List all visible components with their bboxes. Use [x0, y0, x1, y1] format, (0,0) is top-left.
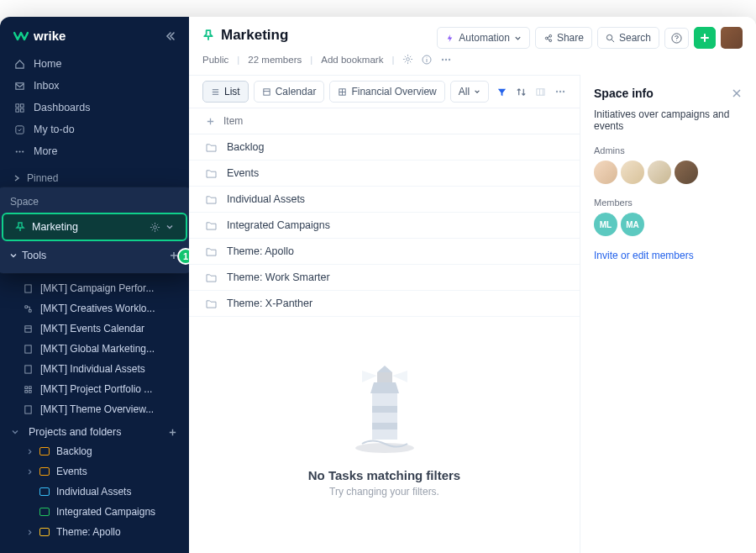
avatar[interactable] [594, 161, 617, 184]
svg-point-28 [449, 58, 450, 60]
svg-point-6 [15, 150, 17, 152]
share-button[interactable]: Share [535, 27, 592, 49]
members-count[interactable]: 22 members [248, 55, 302, 65]
tree-item[interactable]: [MKT] Events Calendar [0, 319, 189, 339]
avatar[interactable] [648, 161, 671, 184]
add-project-button[interactable] [168, 428, 177, 437]
fields-icon[interactable] [535, 87, 546, 97]
space-name: Marketing [32, 221, 78, 233]
tab-list[interactable]: List [202, 81, 249, 103]
list-row[interactable]: Integrated Campaigns [189, 213, 580, 239]
search-button[interactable]: Search [597, 27, 659, 49]
chevron-down-icon [10, 252, 17, 259]
tree-item[interactable]: [MKT] Creatives Worklo... [0, 298, 189, 319]
tree-item[interactable]: [MKT] Theme Overview... [0, 399, 189, 419]
info-icon[interactable] [422, 55, 432, 65]
svg-rect-38 [372, 423, 397, 429]
list-column-header[interactable]: Item [223, 115, 243, 127]
folder-icon [206, 221, 217, 230]
svg-rect-16 [25, 390, 28, 392]
chevron-down-icon [514, 34, 522, 42]
nav-home[interactable]: Home [0, 53, 189, 75]
invite-members-link[interactable]: Invite or edit members [594, 250, 743, 261]
tab-calendar[interactable]: Calendar [254, 81, 325, 103]
folder-backlog[interactable]: Backlog [0, 441, 189, 461]
folder-theme-apollo[interactable]: Theme: Apollo [0, 522, 189, 542]
folder-integrated-campaigns[interactable]: Integrated Campaigns [0, 502, 189, 522]
svg-point-32 [556, 91, 558, 92]
chevron-down-icon [12, 429, 18, 435]
chevron-right-icon [27, 529, 33, 535]
app-window: wrike Home Inbox Dashboards My to-do [0, 17, 756, 553]
folder-icon [39, 447, 50, 456]
sort-icon[interactable] [516, 87, 527, 97]
svg-rect-29 [264, 88, 270, 94]
tree-item[interactable]: [MKT] Project Portfolio ... [0, 379, 189, 399]
add-button[interactable] [694, 27, 716, 49]
svg-point-34 [563, 91, 564, 92]
folder-icon [206, 299, 217, 308]
topbar: Marketing Automation Share Search [189, 17, 756, 52]
list-row[interactable]: Backlog [189, 134, 580, 161]
nav-dashboards-label: Dashboards [34, 102, 90, 113]
gear-icon[interactable] [150, 222, 160, 233]
list-row[interactable]: Theme: Apollo [189, 239, 580, 265]
folder-events[interactable]: Events [0, 461, 189, 482]
brand-name: wrike [34, 29, 66, 43]
nav-more[interactable]: More [0, 140, 189, 162]
grid-icon [24, 385, 34, 394]
list-header-row: Item [189, 108, 580, 134]
pin-icon[interactable] [202, 29, 214, 41]
gear-icon[interactable] [402, 54, 413, 65]
nav-home-label: Home [34, 58, 61, 70]
user-avatar[interactable] [721, 27, 743, 49]
svg-point-33 [559, 91, 561, 92]
svg-rect-12 [25, 345, 31, 352]
folder-individual-assets[interactable]: Individual Assets [0, 482, 189, 502]
list-row[interactable]: Individual Assets [189, 187, 580, 213]
tree-item[interactable]: [MKT] Campaign Perfor... [0, 278, 189, 298]
svg-point-27 [445, 58, 447, 60]
list-row[interactable]: Theme: X-Panther [189, 291, 580, 317]
header-actions: Automation Share Search [437, 27, 743, 49]
tree-item[interactable]: [MKT] Global Marketing... [0, 339, 189, 359]
view-tabs: List Calendar Financial Overview All [189, 75, 580, 108]
document-icon [24, 284, 34, 293]
chevron-down-icon[interactable] [165, 223, 174, 231]
folder-icon [39, 467, 50, 476]
close-panel-button[interactable] [731, 87, 743, 99]
add-item-button[interactable] [206, 117, 215, 126]
list-row[interactable]: Events [189, 161, 580, 187]
nav-todo[interactable]: My to-do [0, 118, 189, 140]
space-marketing[interactable]: Marketing [2, 213, 187, 241]
more-icon[interactable] [554, 87, 566, 97]
folders-tree: Backlog Events Individual Assets Integra… [0, 441, 189, 542]
add-bookmark[interactable]: Add bookmark [321, 55, 383, 65]
nav-dashboards[interactable]: Dashboards [0, 97, 189, 118]
more-icon[interactable] [440, 55, 452, 65]
collapse-sidebar-icon[interactable] [164, 30, 176, 42]
panel-title: Space info [594, 87, 654, 100]
pinned-section-header[interactable]: Pinned [0, 164, 189, 187]
avatar[interactable] [675, 161, 698, 184]
folder-icon [206, 195, 217, 204]
avatar[interactable] [621, 161, 644, 184]
projects-header[interactable]: Projects and folders [0, 419, 189, 441]
visibility-label[interactable]: Public [202, 55, 228, 65]
svg-point-26 [442, 58, 444, 60]
tab-financial[interactable]: Financial Overview [329, 81, 444, 103]
tab-all[interactable]: All [450, 81, 489, 103]
tools-header[interactable]: Tools [0, 241, 189, 263]
nav-inbox[interactable]: Inbox [0, 75, 189, 97]
space-popout: Space Marketing Tools [0, 187, 189, 273]
automation-button[interactable]: Automation [437, 27, 530, 49]
tree-item[interactable]: [MKT] Individual Assets [0, 359, 189, 379]
avatar[interactable]: MA [621, 213, 644, 236]
list-row[interactable]: Theme: Work Smarter [189, 265, 580, 291]
lighthouse-illustration [347, 364, 423, 456]
filter-icon[interactable] [496, 87, 507, 97]
avatar[interactable]: ML [594, 213, 617, 236]
help-button[interactable] [664, 28, 689, 49]
workflow-icon [24, 304, 34, 313]
svg-rect-2 [20, 103, 24, 107]
